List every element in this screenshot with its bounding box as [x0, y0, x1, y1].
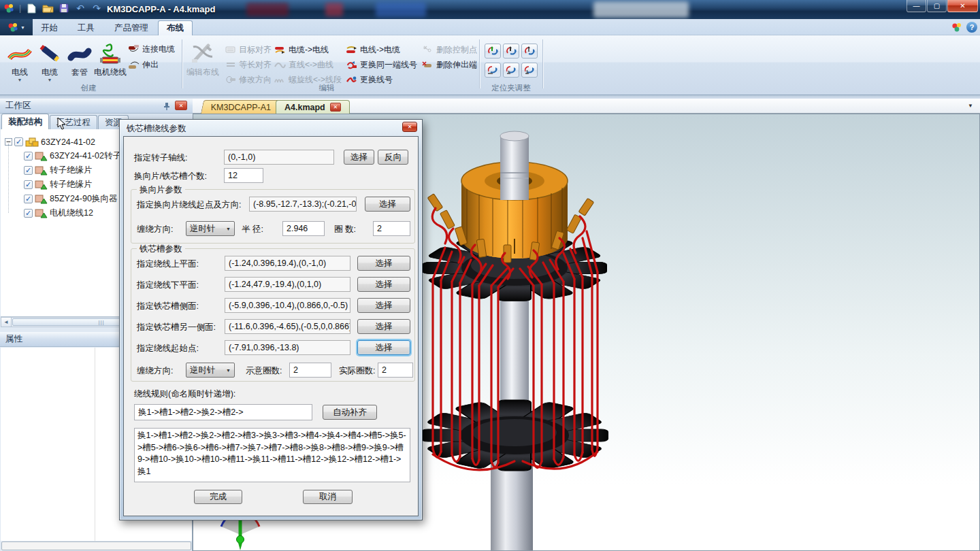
- help-icon[interactable]: ?: [966, 22, 977, 33]
- new-document-icon[interactable]: [25, 2, 37, 14]
- save-icon[interactable]: [58, 2, 70, 14]
- demo-turns-input[interactable]: [289, 363, 331, 378]
- lower-plane-label: 指定绕线下平面:: [137, 280, 199, 291]
- tab-process[interactable]: 工艺过程: [50, 115, 97, 129]
- title-bar: | ↶ ↷ ▼ KM3DCAPP-A - A4.kmapd — ▢ ✕: [0, 0, 980, 19]
- checkbox-checked-icon[interactable]: ✓: [24, 180, 33, 189]
- delete-extension-end-button[interactable]: 删除伸出端: [422, 58, 477, 71]
- upper-plane-field[interactable]: (-1.24,0.396,19.4),(0,-1,0): [225, 256, 350, 271]
- clamp-adjust-button-5[interactable]: [503, 63, 519, 78]
- ribbon-tab-row: ▼ 开始 工具 产品管理 布线 ?: [0, 19, 980, 35]
- redo-icon[interactable]: ↷: [91, 2, 103, 14]
- target-align-button[interactable]: 目标对齐: [225, 43, 272, 56]
- tab-routing[interactable]: 布线: [158, 20, 193, 35]
- workspace-title: 工作区: [5, 100, 31, 112]
- connect-cable-button[interactable]: 连接电缆: [128, 42, 175, 56]
- wire-icon: [7, 41, 32, 67]
- autofill-button[interactable]: 自动补齐: [323, 405, 377, 420]
- pin-icon[interactable]: [163, 102, 171, 111]
- checkbox-checked-icon[interactable]: ✓: [24, 152, 33, 161]
- actual-turns-input[interactable]: [378, 363, 413, 378]
- workspace-panel-header: 工作区 ✕: [0, 99, 193, 114]
- lower-plane-field[interactable]: (-1.24,47.9,-19.4),(0,1,0): [225, 277, 350, 292]
- core-group-label: 铁芯槽参数: [137, 244, 185, 255]
- clamp-adjust-button-6[interactable]: [521, 63, 538, 78]
- lower-plane-select-button[interactable]: 选择: [357, 277, 410, 292]
- actual-turns-label: 实际圈数:: [339, 365, 375, 377]
- commutator-turns-input[interactable]: [373, 221, 410, 236]
- part-icon: [35, 208, 48, 218]
- tab-assembly-structure[interactable]: 装配结构: [1, 114, 49, 129]
- tree-row-child[interactable]: ✓ 63ZY24-41-02转子: [24, 150, 121, 162]
- clamp-adjust-button-2[interactable]: [503, 44, 519, 59]
- rule-input[interactable]: [134, 404, 312, 420]
- tree-row-root[interactable]: ✓ 63ZY24-41-02: [5, 136, 95, 148]
- minimize-button[interactable]: —: [906, 0, 926, 12]
- checkbox-checked-icon[interactable]: ✓: [24, 195, 33, 203]
- line-curve-button[interactable]: 直线<->曲线: [274, 58, 333, 71]
- scroll-left-arrow-icon[interactable]: ◄: [1, 318, 12, 327]
- checkbox-checked-icon[interactable]: ✓: [24, 209, 33, 218]
- core-wind-dir-dropdown[interactable]: 逆时针▼: [186, 363, 235, 378]
- wire-to-cable-button[interactable]: 电线->电缆: [346, 43, 400, 56]
- doc-tab-a4-kmapd[interactable]: A4.kmapd ✕: [276, 100, 350, 114]
- dialog-close-icon[interactable]: ✕: [402, 122, 417, 132]
- app-logo-icon: [3, 2, 15, 14]
- part-icon: [35, 180, 48, 190]
- clamp-adjust-button-1[interactable]: [485, 44, 501, 59]
- equal-length-align-button[interactable]: 等长对齐: [225, 58, 272, 71]
- properties-edit-strip[interactable]: [1, 541, 191, 550]
- slot-side-select-button[interactable]: 选择: [357, 298, 410, 313]
- part-icon: [35, 194, 48, 204]
- tree-row-child[interactable]: ✓ 转子绝缘片: [24, 165, 93, 176]
- tab-product-management[interactable]: 产品管理: [106, 20, 157, 35]
- tree-row-child[interactable]: ✓ 转子绝缘片: [24, 179, 93, 190]
- wire-button[interactable]: 电线 ▼: [4, 38, 35, 91]
- cable-to-wire-button[interactable]: 电缆->电线: [274, 43, 329, 56]
- slot-side-field[interactable]: (-5.9,0.396,-10.4),(0.866,0,-0.5): [225, 298, 350, 313]
- open-folder-icon[interactable]: [42, 2, 54, 14]
- doc-tab-close-icon[interactable]: ✕: [330, 103, 341, 112]
- line-curve-icon: [274, 59, 286, 70]
- commutator-radius-input[interactable]: [282, 221, 325, 236]
- checkbox-checked-icon[interactable]: ✓: [24, 166, 33, 175]
- tree-row-child[interactable]: ✓ 85ZY24-90换向器: [24, 193, 117, 205]
- cancel-button[interactable]: 取消: [303, 490, 353, 504]
- edit-routing-button[interactable]: 编辑布线: [185, 38, 220, 91]
- commutator-wind-dir-dropdown[interactable]: 逆时针▼: [186, 221, 235, 236]
- clamp-adjust-button-3[interactable]: [521, 44, 538, 59]
- change-same-end-number-button[interactable]: 更换同一端线号: [346, 58, 417, 71]
- clamp-adjust-button-4[interactable]: [485, 63, 501, 78]
- slot-other-side-field[interactable]: (-11.6,0.396,-4.65),(-0.5,0,0.866): [225, 319, 350, 334]
- delete-control-point-button[interactable]: 删除控制点: [422, 43, 477, 56]
- close-button[interactable]: ✕: [947, 0, 978, 12]
- checkbox-checked-icon[interactable]: ✓: [14, 137, 23, 146]
- doc-tab-km3dcapp-a1[interactable]: KM3DCAPP-A1: [201, 100, 281, 114]
- app-menu-button[interactable]: ▼: [0, 19, 33, 35]
- maximize-button[interactable]: ▢: [927, 0, 947, 12]
- commutator-start-field[interactable]: (-8.95,-12.7,-13.3);(-0.21,-0.9: [249, 197, 357, 212]
- rotor-axis-field[interactable]: (0,-1,0): [224, 150, 334, 165]
- commutator-start-select-button[interactable]: 选择: [365, 197, 410, 212]
- rotor-axis-select-button[interactable]: 选择: [344, 150, 374, 165]
- start-point-field[interactable]: (-7.91,0.396,-13.8): [225, 340, 350, 355]
- finish-button[interactable]: 完成: [194, 490, 242, 504]
- slot-other-side-select-button[interactable]: 选择: [357, 319, 410, 334]
- dropdown-icon: ▼: [18, 78, 22, 82]
- extend-button[interactable]: 伸出: [128, 58, 159, 71]
- rotor-axis-reverse-button[interactable]: 反向: [378, 150, 408, 165]
- tab-tools[interactable]: 工具: [69, 20, 103, 35]
- cable-to-wire-icon: [274, 44, 286, 55]
- rule-result-box[interactable]: 换1->槽1->槽2->换2->槽2->槽3->换3->槽3->槽4->换4->…: [134, 428, 410, 482]
- tab-start[interactable]: 开始: [33, 20, 66, 35]
- upper-plane-select-button[interactable]: 选择: [357, 256, 410, 271]
- properties-column-divider[interactable]: [95, 348, 95, 541]
- start-point-select-button[interactable]: 选择: [357, 340, 410, 355]
- panel-close-icon[interactable]: ✕: [175, 101, 187, 110]
- undo-icon[interactable]: ↶: [74, 2, 86, 14]
- modify-direction-button[interactable]: 修改方向: [225, 73, 272, 86]
- segment-count-input[interactable]: [224, 168, 263, 183]
- tree-row-child[interactable]: ✓ 电机绕线12: [24, 207, 93, 219]
- tab-list-dropdown-icon[interactable]: ▼: [968, 103, 973, 109]
- core-slot-params-group: 铁芯槽参数 指定绕线上平面: (-1.24,0.396,19.4),(0,-1,…: [131, 248, 415, 382]
